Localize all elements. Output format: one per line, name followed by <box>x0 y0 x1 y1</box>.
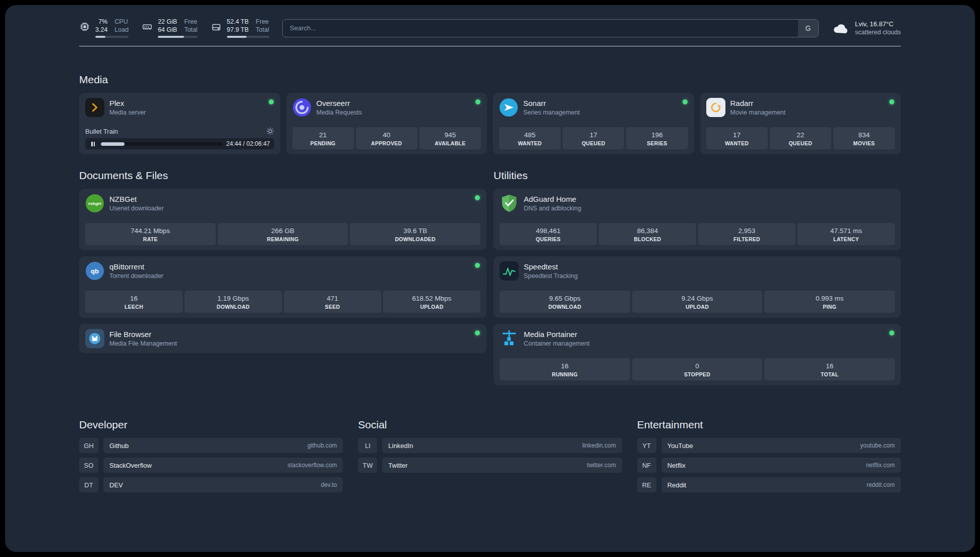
disk-free-value: 52.4 TB <box>227 18 249 26</box>
twitter-abbr: TW <box>358 458 377 473</box>
nzbget-stat-downloaded: 39.6 TBDOWNLOADED <box>350 223 480 245</box>
cpu-bar <box>95 36 129 38</box>
linkedin-abbr: LI <box>358 438 377 453</box>
qbittorrent-icon: qb <box>85 261 104 281</box>
netflix-link[interactable]: Netflix netflix.com <box>661 458 901 473</box>
weather-widget: Lviv, 16.87°C scattered clouds <box>832 20 901 36</box>
section-media: Media Plex Media server Bullet Train <box>79 74 901 154</box>
card-overseerr[interactable]: Overseerr Media Requests 21PENDING 40APP… <box>286 93 487 154</box>
now-playing-title: Bullet Train <box>85 128 118 135</box>
overseerr-status-dot <box>475 99 480 104</box>
search-provider-button[interactable]: G <box>798 20 818 37</box>
github-link[interactable]: Github github.com <box>103 438 343 453</box>
adguard-stat-queries: 498,461QUERIES <box>500 223 597 245</box>
portainer-name: Media Portainer <box>524 329 590 339</box>
stackoverflow-link[interactable]: StackOverflow stackoverflow.com <box>103 458 343 473</box>
playback-bar: 24:44 / 02:06:47 <box>85 138 274 149</box>
bookmark-reddit: RE Reddit reddit.com <box>637 477 901 492</box>
weather-condition: scattered clouds <box>855 28 901 36</box>
youtube-abbr: YT <box>637 438 656 453</box>
dev-abbr: DT <box>79 477 98 492</box>
speedtest-stat-ping: 0.993 msPING <box>764 291 895 313</box>
qbittorrent-stat-upload: 618.52 MbpsUPLOAD <box>383 291 480 313</box>
cpu-load-value: 3.24 <box>95 26 107 34</box>
card-portainer[interactable]: Media Portainer Container management 16R… <box>494 324 901 385</box>
speedtest-stat-upload: 9.24 GbpsUPLOAD <box>632 291 763 313</box>
nzbget-name: NZBGet <box>109 194 164 204</box>
memory-icon <box>142 21 153 32</box>
search-bar: G <box>282 19 819 37</box>
portainer-icon <box>500 329 519 348</box>
sonarr-stat-series: 196SERIES <box>626 127 688 149</box>
youtube-link[interactable]: YouTube youtube.com <box>661 438 901 453</box>
radarr-stat-queued: 22QUEUED <box>770 127 831 149</box>
twitter-link[interactable]: Twitter twitter.com <box>382 458 622 473</box>
section-documents-files: Documents & Files nzbget NZBGet Usenet d… <box>79 170 486 392</box>
portainer-stat-stopped: 0STOPPED <box>632 358 763 380</box>
disk-total-label: Total <box>256 26 269 34</box>
radarr-desc: Movie management <box>730 108 786 117</box>
bookmark-stackoverflow: SO StackOverflow stackoverflow.com <box>79 458 343 473</box>
memory-total-label: Total <box>184 26 197 34</box>
documents-section-title: Documents & Files <box>79 170 486 182</box>
reddit-abbr: RE <box>637 477 656 492</box>
card-speedtest[interactable]: Speedtest Speedtest Tracking 9.65 GbpsDO… <box>494 256 901 318</box>
card-sonarr[interactable]: Sonarr Series management 485WANTED 17QUE… <box>493 93 694 154</box>
developer-section-title: Developer <box>79 419 343 431</box>
bookmark-linkedin: LI LinkedIn linkedin.com <box>358 438 622 453</box>
bookmarks-social: Social LI LinkedIn linkedin.com TW Twitt… <box>358 419 622 477</box>
plex-name: Plex <box>109 98 146 108</box>
card-adguard[interactable]: AdGuard Home DNS and adblocking 498,461Q… <box>494 189 901 250</box>
cpu-icon <box>79 21 90 32</box>
qbittorrent-name: qBittorrent <box>109 262 163 271</box>
entertainment-section-title: Entertainment <box>637 419 901 431</box>
plex-status-dot <box>269 99 274 104</box>
topbar-divider <box>79 46 901 46</box>
bookmark-netflix: NF Netflix netflix.com <box>637 458 901 473</box>
filebrowser-status-dot <box>475 330 480 336</box>
linkedin-link[interactable]: LinkedIn linkedin.com <box>382 438 622 453</box>
cloud-icon <box>832 21 850 35</box>
radarr-status-dot <box>889 99 894 104</box>
memory-widget: 22 GiB 64 GiB Free Total <box>142 18 198 38</box>
adguard-icon <box>500 194 519 213</box>
disk-widget: 52.4 TB 97.9 TB Free Total <box>211 18 269 38</box>
card-qbittorrent[interactable]: qb qBittorrent Torrent downloader 16LEEC… <box>79 256 486 318</box>
cpu-percent: 7% <box>95 18 107 26</box>
reddit-link[interactable]: Reddit reddit.com <box>661 477 901 492</box>
social-section-title: Social <box>358 419 622 431</box>
sonarr-name: Sonarr <box>523 98 580 108</box>
nzbget-stat-rate: 744.21 MbpsRATE <box>85 223 216 245</box>
sonarr-stat-wanted: 485WANTED <box>499 127 561 149</box>
overseerr-stat-pending: 21PENDING <box>292 127 354 149</box>
adguard-name: AdGuard Home <box>524 194 581 204</box>
card-nzbget[interactable]: nzbget NZBGet Usenet downloader 744.21 M… <box>79 189 486 250</box>
qbittorrent-stat-leech: 16LEECH <box>85 291 182 313</box>
playback-progress <box>101 142 222 146</box>
utilities-section-title: Utilities <box>494 170 901 182</box>
portainer-stat-running: 16RUNNING <box>500 358 630 380</box>
disk-total-value: 97.9 TB <box>227 26 249 34</box>
qbittorrent-status-dot <box>475 263 480 268</box>
dev-link[interactable]: DEV dev.to <box>103 477 343 492</box>
gear-icon[interactable] <box>266 127 274 135</box>
adguard-desc: DNS and adblocking <box>524 204 581 212</box>
overseerr-icon <box>292 98 312 117</box>
card-filebrowser[interactable]: File Browser Media File Management <box>79 324 486 353</box>
nzbget-status-dot <box>475 195 480 200</box>
plex-now-playing: Bullet Train 24:44 / 02:06:47 <box>85 123 274 149</box>
nzbget-stat-remaining: 266 GBREMAINING <box>218 223 348 245</box>
adguard-stat-filtered: 2,953FILTERED <box>698 223 795 245</box>
sonarr-desc: Series management <box>523 108 580 117</box>
cpu-widget: 7% 3.24 CPU Load <box>79 18 129 38</box>
github-abbr: GH <box>79 438 98 453</box>
memory-bar <box>158 36 198 38</box>
memory-free-value: 22 GiB <box>158 18 177 26</box>
portainer-desc: Container management <box>524 340 590 348</box>
bookmarks-entertainment: Entertainment YT YouTube youtube.com NF … <box>637 419 901 497</box>
bookmark-dev: DT DEV dev.to <box>79 477 343 492</box>
pause-button[interactable] <box>89 142 97 146</box>
card-plex[interactable]: Plex Media server Bullet Train <box>79 93 280 154</box>
search-input[interactable] <box>283 20 798 37</box>
card-radarr[interactable]: Radarr Movie management 17WANTED 22QUEUE… <box>700 93 901 154</box>
